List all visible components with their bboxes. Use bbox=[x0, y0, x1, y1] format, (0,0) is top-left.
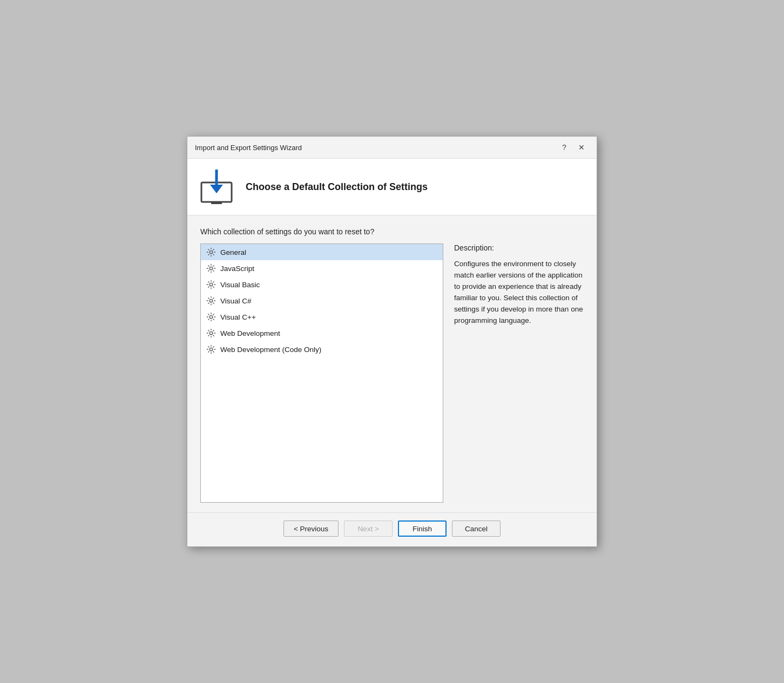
title-bar: Import and Export Settings Wizard ? ✕ bbox=[187, 137, 597, 159]
svg-point-7 bbox=[209, 283, 212, 286]
settings-list[interactable]: General JavaScript Visual Basic Visual C… bbox=[200, 244, 443, 503]
close-button[interactable]: ✕ bbox=[574, 141, 589, 154]
footer-section: < Previous Next > Finish Cancel bbox=[187, 512, 597, 546]
list-item[interactable]: Web Development bbox=[201, 325, 443, 341]
svg-point-5 bbox=[209, 251, 212, 253]
gear-icon bbox=[206, 263, 216, 273]
svg-point-9 bbox=[209, 315, 212, 318]
list-item[interactable]: Visual C# bbox=[201, 293, 443, 309]
list-item-label: General bbox=[220, 248, 246, 256]
svg-point-6 bbox=[209, 267, 212, 269]
gear-icon bbox=[206, 280, 216, 289]
svg-marker-4 bbox=[210, 185, 223, 193]
finish-button[interactable]: Finish bbox=[398, 520, 447, 537]
description-panel: Description: Configures the environment … bbox=[454, 244, 584, 503]
dialog-title: Import and Export Settings Wizard bbox=[195, 144, 302, 152]
list-item[interactable]: Visual Basic bbox=[201, 276, 443, 293]
gear-icon bbox=[206, 312, 216, 322]
description-text: Configures the environment to closely ma… bbox=[454, 259, 584, 327]
description-label: Description: bbox=[454, 244, 584, 252]
list-item-label: Web Development (Code Only) bbox=[220, 346, 321, 354]
main-area: General JavaScript Visual Basic Visual C… bbox=[200, 244, 584, 503]
next-button: Next > bbox=[344, 520, 393, 537]
svg-rect-2 bbox=[215, 202, 218, 203]
list-item-label: Visual Basic bbox=[220, 281, 260, 289]
gear-icon bbox=[206, 328, 216, 338]
question-text: Which collection of settings do you want… bbox=[200, 227, 584, 236]
page-title: Choose a Default Collection of Settings bbox=[246, 181, 428, 193]
title-bar-controls: ? ✕ bbox=[557, 141, 589, 154]
list-item[interactable]: JavaScript bbox=[201, 260, 443, 276]
list-item-label: Visual C# bbox=[220, 297, 252, 305]
list-item[interactable]: Visual C++ bbox=[201, 309, 443, 325]
content-section: Which collection of settings do you want… bbox=[187, 215, 597, 512]
svg-point-8 bbox=[209, 299, 212, 302]
previous-button[interactable]: < Previous bbox=[283, 520, 339, 537]
list-item[interactable]: General bbox=[201, 244, 443, 260]
help-button[interactable]: ? bbox=[557, 141, 572, 154]
gear-icon bbox=[206, 344, 216, 354]
dialog-window: Import and Export Settings Wizard ? ✕ Ch… bbox=[187, 136, 597, 547]
import-icon bbox=[198, 168, 235, 205]
svg-point-10 bbox=[209, 332, 212, 334]
list-item[interactable]: Web Development (Code Only) bbox=[201, 341, 443, 357]
gear-icon bbox=[206, 296, 216, 306]
header-section: Choose a Default Collection of Settings bbox=[187, 159, 597, 215]
list-item-label: Visual C++ bbox=[220, 313, 256, 321]
gear-icon bbox=[206, 247, 216, 257]
svg-point-11 bbox=[209, 348, 212, 350]
list-item-label: Web Development bbox=[220, 329, 280, 337]
list-item-label: JavaScript bbox=[220, 265, 254, 273]
cancel-button[interactable]: Cancel bbox=[452, 520, 501, 537]
